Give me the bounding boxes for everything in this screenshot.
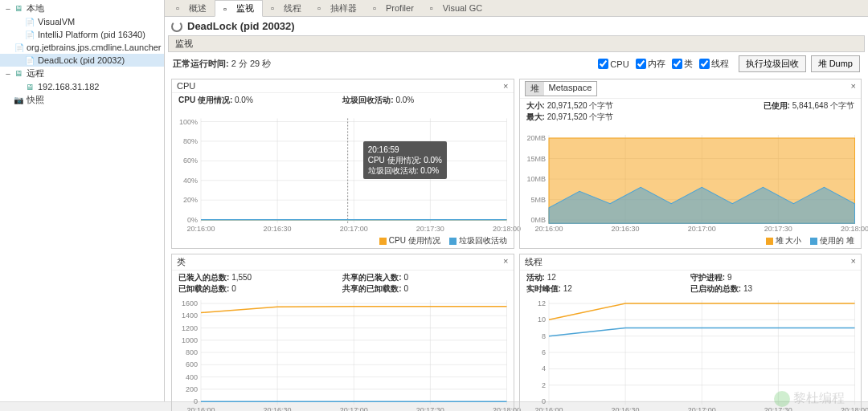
cpu-usage-label: CPU 使用情况:	[178, 96, 232, 104]
tab-抽样器[interactable]: ▫抽样器	[309, 1, 365, 16]
unloaded-label: 已卸载的总数:	[178, 284, 229, 293]
section-header: 监视	[168, 35, 865, 52]
started-label: 已启动的总数:	[690, 284, 741, 293]
heap-dump-button[interactable]: 堆 Dump	[811, 55, 860, 72]
cpu-usage-value: 0.0%	[235, 96, 253, 104]
tree-item[interactable]: −🖥远程	[0, 67, 164, 80]
heap-chart[interactable]: 0MB5MB10MB15MB20MB20:16:0020:16:3020:17:…	[520, 124, 862, 234]
svg-text:20:17:30: 20:17:30	[416, 225, 444, 233]
classes-panel: 类× 已装入的总数: 1,550 已卸载的总数: 0 共享的已装入数: 0 共享…	[171, 254, 514, 411]
classes-chart[interactable]: 0200400600800100012001400160020:16:0020:…	[172, 296, 514, 409]
unloaded-value: 0	[231, 284, 236, 293]
tab-Profiler[interactable]: ▫Profiler	[365, 2, 422, 14]
tree-item[interactable]: 📄IntelliJ Platform (pid 16340)	[0, 28, 164, 41]
check-线程[interactable]: 线程	[699, 58, 729, 70]
svg-text:20:18:00: 20:18:00	[840, 225, 868, 233]
close-icon[interactable]: ×	[503, 81, 508, 91]
started-value: 13	[743, 284, 752, 293]
tab-线程[interactable]: ▫线程	[263, 1, 309, 16]
tree-item[interactable]: −🖥本地	[0, 2, 164, 15]
svg-text:10MB: 10MB	[526, 175, 546, 183]
heap-max-label: 最大:	[526, 112, 545, 121]
svg-text:6: 6	[541, 348, 545, 356]
gc-button[interactable]: 执行垃圾回收	[739, 55, 806, 72]
svg-text:20:17:00: 20:17:00	[687, 406, 715, 411]
svg-text:20:16:30: 20:16:30	[611, 225, 639, 233]
tree-item[interactable]: 📄DeadLock (pid 20032)	[0, 54, 164, 67]
close-icon[interactable]: ×	[851, 256, 856, 268]
threads-panel: 线程× 活动: 12 实时峰值: 12 守护进程: 9 已启动的总数: 13 0…	[519, 254, 862, 411]
svg-text:600: 600	[186, 361, 198, 369]
svg-text:100%: 100%	[179, 118, 198, 126]
cpu-panel: CPU× CPU 使用情况: 0.0% 垃圾回收活动: 0.0% 0%20%40…	[171, 79, 514, 249]
svg-text:60%: 60%	[183, 157, 198, 165]
daemon-label: 守护进程:	[690, 273, 725, 282]
svg-text:4: 4	[541, 365, 545, 373]
svg-text:20%: 20%	[183, 196, 198, 204]
heap-legend: 堆 大小 使用的 堆	[520, 234, 862, 248]
svg-text:0%: 0%	[187, 216, 198, 224]
legend-item: CPU 使用情况	[389, 236, 440, 245]
watermark: 黎杜编程	[774, 390, 845, 407]
tab-icon: ▫	[430, 3, 440, 13]
peak-label: 实时峰值:	[526, 284, 561, 293]
tab-icon: ▫	[223, 4, 233, 14]
svg-text:40%: 40%	[183, 177, 198, 185]
tab-监视[interactable]: ▫监视	[215, 0, 263, 17]
check-类[interactable]: 类	[672, 58, 693, 70]
live-value: 12	[547, 273, 556, 282]
cpu-tooltip: 20:16:59 CPU 使用情况: 0.0% 垃圾回收活动: 0.0%	[363, 141, 447, 179]
gc-activity-value: 0.0%	[395, 96, 414, 104]
svg-text:20:17:00: 20:17:00	[340, 406, 368, 411]
check-CPU[interactable]: CPU	[598, 59, 628, 69]
shared-unloaded-value: 0	[403, 284, 408, 293]
svg-text:20:16:30: 20:16:30	[264, 225, 292, 233]
check-内存[interactable]: 内存	[636, 58, 665, 70]
heap-metaspace-toggle[interactable]: 堆 Metaspace	[525, 81, 598, 96]
uptime-row: 正常运行时间: 2 分 29 秒 CPU 内存 类 线程 执行垃圾回收 堆 Du…	[165, 52, 868, 75]
legend-item: 使用的 堆	[820, 236, 854, 245]
svg-text:800: 800	[186, 348, 198, 356]
svg-text:20:17:00: 20:17:00	[687, 225, 715, 233]
svg-text:20:16:00: 20:16:00	[534, 225, 563, 233]
svg-text:1200: 1200	[182, 324, 198, 332]
heap-tab[interactable]: 堆	[526, 82, 544, 96]
gc-activity-label: 垃圾回收活动:	[342, 96, 393, 104]
svg-text:1400: 1400	[182, 311, 198, 319]
tab-概述[interactable]: ▫概述	[168, 1, 215, 16]
svg-text:0MB: 0MB	[530, 216, 546, 224]
svg-text:80%: 80%	[183, 137, 198, 145]
svg-text:5MB: 5MB	[530, 196, 546, 204]
main-content: ▫概述▫监视▫线程▫抽样器▫Profiler▫Visual GC DeadLoc…	[165, 0, 868, 401]
cpu-legend: CPU 使用情况 垃圾回收活动	[172, 234, 514, 248]
svg-text:20:16:00: 20:16:00	[186, 225, 215, 233]
process-title-row: DeadLock (pid 20032)	[165, 17, 868, 35]
uptime-value: 2 分 29 秒	[231, 59, 272, 68]
tree-item[interactable]: 📄org.jetbrains.jps.cmdline.Launcher (p	[0, 41, 164, 54]
svg-text:1600: 1600	[182, 299, 198, 307]
svg-text:20:16:00: 20:16:00	[534, 406, 563, 411]
shared-loaded-label: 共享的已装入数:	[342, 273, 401, 282]
tree-item[interactable]: 📷快照	[0, 93, 164, 107]
close-icon[interactable]: ×	[503, 256, 508, 268]
svg-text:20:16:30: 20:16:30	[611, 406, 639, 411]
peak-value: 12	[563, 284, 572, 293]
tree-item[interactable]: 📄VisualVM	[0, 15, 164, 28]
app-tree: −🖥本地📄VisualVM📄IntelliJ Platform (pid 163…	[0, 0, 165, 401]
svg-text:0: 0	[541, 397, 545, 405]
tooltip-gc: 垃圾回收活动: 0.0%	[368, 165, 442, 176]
svg-text:12: 12	[537, 299, 545, 307]
svg-text:0: 0	[194, 397, 198, 405]
tree-item[interactable]: 🖥192.168.31.182	[0, 80, 164, 93]
metaspace-tab[interactable]: Metaspace	[544, 82, 597, 96]
close-icon[interactable]: ×	[851, 81, 856, 96]
cpu-chart[interactable]: 0%20%40%60%80%100%20:16:0020:16:3020:17:…	[172, 108, 514, 234]
classes-panel-title: 类	[177, 256, 186, 268]
tab-Visual GC[interactable]: ▫Visual GC	[422, 2, 490, 14]
legend-item: 堆 大小	[776, 236, 802, 245]
svg-text:20:17:00: 20:17:00	[340, 225, 368, 233]
svg-text:10: 10	[537, 316, 545, 324]
tab-icon: ▫	[176, 3, 186, 13]
svg-text:400: 400	[186, 373, 198, 381]
shared-loaded-value: 0	[403, 273, 408, 282]
